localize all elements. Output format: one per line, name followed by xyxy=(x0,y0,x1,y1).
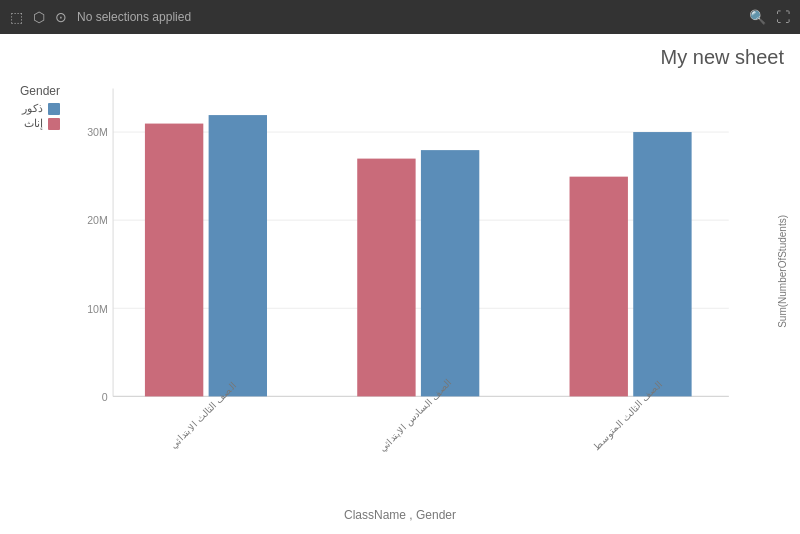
chart-area: My new sheet Gender ذكور إناث xyxy=(0,34,800,534)
legend-item-male: ذكور xyxy=(20,102,60,115)
y-axis-label-container: Sum(NumberOfStudents) xyxy=(777,79,788,464)
x-axis-label: ClassName , Gender xyxy=(344,508,456,522)
selection-icon[interactable]: ⬚ xyxy=(10,9,23,25)
no-selections-status: No selections applied xyxy=(77,10,191,24)
chart-svg: 0 10M 20M 30M الصف الثالث الابتدائي الصف… xyxy=(60,74,750,464)
chart-container: 0 10M 20M 30M الصف الثالث الابتدائي الصف… xyxy=(60,74,750,464)
svg-text:30M: 30M xyxy=(87,126,108,138)
legend-color-female xyxy=(48,118,60,130)
chart-legend: Gender ذكور إناث xyxy=(20,84,60,132)
svg-text:10M: 10M xyxy=(87,303,108,315)
sheet-title: My new sheet xyxy=(661,46,784,69)
legend-color-male xyxy=(48,103,60,115)
toolbar-left: ⬚ ⬡ ⊙ No selections applied xyxy=(10,9,191,25)
legend-title: Gender xyxy=(20,84,60,98)
toolbar-right: 🔍 ⛶ xyxy=(749,9,790,25)
settings-icon[interactable]: ⊙ xyxy=(55,9,67,25)
svg-text:0: 0 xyxy=(102,391,108,403)
bar-group1-male xyxy=(209,115,267,396)
bar-group2-male xyxy=(421,150,479,396)
legend-label-female: إناث xyxy=(24,117,43,130)
search-icon[interactable]: 🔍 xyxy=(749,9,766,25)
bar-group2-female xyxy=(357,159,415,397)
bar-group1-female xyxy=(145,124,203,397)
svg-text:20M: 20M xyxy=(87,214,108,226)
y-axis-label: Sum(NumberOfStudents) xyxy=(777,215,788,328)
legend-label-male: ذكور xyxy=(22,102,43,115)
lasso-icon[interactable]: ⬡ xyxy=(33,9,45,25)
bar-group3-female xyxy=(570,177,628,397)
legend-item-female: إناث xyxy=(20,117,60,130)
fullscreen-icon[interactable]: ⛶ xyxy=(776,9,790,25)
bar-group3-male xyxy=(633,132,691,396)
toolbar: ⬚ ⬡ ⊙ No selections applied 🔍 ⛶ xyxy=(0,0,800,34)
